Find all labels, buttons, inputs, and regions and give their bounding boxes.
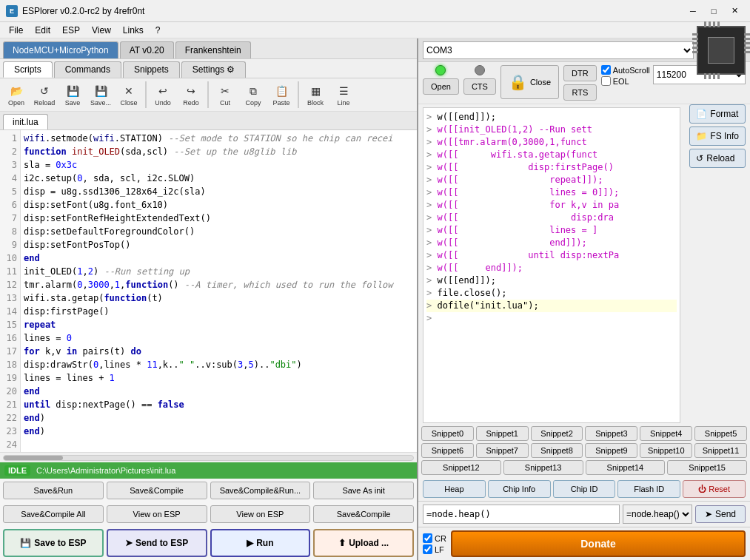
term-line-16: > dofile("init.lua"); <box>426 300 677 312</box>
code-line-15: repeat <box>24 318 414 331</box>
snippet12-button[interactable]: Snippet12 <box>421 460 501 475</box>
save-compile-all-button[interactable]: Save&Compile All <box>3 505 104 523</box>
run-button[interactable]: ▶ Run <box>210 529 311 557</box>
flash-id-button[interactable]: Flash ID <box>617 480 680 498</box>
save-button[interactable]: 💾 Save <box>59 81 86 109</box>
save-as-init-button[interactable]: Save As init <box>313 482 414 499</box>
tab-scripts[interactable]: Scripts <box>3 61 53 78</box>
reset-button[interactable]: ⏻ Reset <box>683 480 746 498</box>
snippet9-button[interactable]: Snippet9 <box>585 443 637 458</box>
tab-frank[interactable]: Frankenshtein <box>175 41 251 58</box>
lf-checkbox[interactable] <box>423 544 432 554</box>
tab-at[interactable]: AT v0.20 <box>120 41 174 58</box>
code-line-2: function init_OLED(sda,scl) --Set up the… <box>24 145 414 158</box>
close-file-button[interactable]: ✕ Close <box>115 81 142 109</box>
code-line-10: end <box>24 252 414 265</box>
menu-esp[interactable]: ESP <box>56 24 86 37</box>
close-connection-button[interactable]: 🔒 Close <box>500 65 559 99</box>
maximize-button[interactable]: □ <box>704 4 723 18</box>
save-to-esp-button[interactable]: 💾 Save to ESP <box>3 529 104 557</box>
save-compile-btn[interactable]: Save&Compile <box>313 505 414 523</box>
snippet1-button[interactable]: Snippet1 <box>476 426 529 441</box>
rts-button[interactable]: RTS <box>563 84 597 101</box>
code-line-3: sla = 0x3c <box>24 158 414 172</box>
cut-button[interactable]: ✂ Cut <box>212 81 238 109</box>
open-signal-button[interactable]: Open <box>423 78 459 95</box>
cr-label[interactable]: CR <box>423 533 446 543</box>
command-input[interactable] <box>423 505 620 524</box>
snippet2-button[interactable]: Snippet2 <box>531 426 583 441</box>
term-line-10: > w([[ lines = ] <box>426 224 677 237</box>
terminal-output[interactable]: > w([[end]]); > w([[init_OLED(1,2) --Run… <box>423 107 680 423</box>
snippet6-button[interactable]: Snippet6 <box>421 443 474 458</box>
reload-button[interactable]: ↺ Reload <box>31 81 58 109</box>
upload-button[interactable]: ⬆ Upload ... <box>313 529 414 557</box>
tab-snippets[interactable]: Snippets <box>123 61 180 78</box>
file-tab-bar: init.lua <box>0 112 417 130</box>
term-line-9: > w([[ disp:dra <box>426 212 677 224</box>
code-editor[interactable]: wifi.setmode(wifi.STATION) --Set mode to… <box>21 130 417 452</box>
editor-area[interactable]: 1 2 3 4 5 6 7 8 9 10 11 12 13 14 15 16 1… <box>0 130 417 452</box>
view-on-esp-button-1[interactable]: View on ESP <box>107 505 207 523</box>
autoscroll-checkbox[interactable] <box>601 65 611 75</box>
file-tab-init[interactable]: init.lua <box>3 114 48 129</box>
snippet13-button[interactable]: Snippet13 <box>503 460 583 475</box>
open-group: Open <box>423 65 459 95</box>
horizontal-scrollbar[interactable] <box>0 452 417 462</box>
snippet10-button[interactable]: Snippet10 <box>640 443 692 458</box>
menu-file[interactable]: File <box>3 24 29 37</box>
send-command-button[interactable]: ➤ Send <box>695 505 746 523</box>
dtr-button[interactable]: DTR <box>563 65 597 81</box>
menu-links[interactable]: Links <box>117 24 150 37</box>
tab-settings[interactable]: Settings ⚙ <box>181 61 247 78</box>
save-as-button[interactable]: 💾 Save... <box>87 81 114 109</box>
save-run-button[interactable]: Save&Run <box>3 482 104 499</box>
lf-label[interactable]: LF <box>423 544 446 554</box>
line-num-15: 15 <box>0 318 20 331</box>
menu-edit[interactable]: Edit <box>29 24 56 37</box>
block-icon: ▦ <box>307 83 324 99</box>
snippet5-button[interactable]: Snippet5 <box>694 426 747 441</box>
snippet8-button[interactable]: Snippet8 <box>531 443 583 458</box>
line-button[interactable]: ☰ Line <box>330 81 357 109</box>
undo-button[interactable]: ↩ Undo <box>150 81 176 109</box>
snippet0-button[interactable]: Snippet0 <box>421 426 474 441</box>
minimize-button[interactable]: ─ <box>683 4 703 18</box>
chip-info-button[interactable]: Chip Info <box>488 480 551 498</box>
close-button[interactable]: ✕ <box>725 4 744 18</box>
heap-button[interactable]: Heap <box>423 480 486 498</box>
send-esp-icon: ➤ <box>125 538 133 548</box>
autoscroll-label[interactable]: AutoScroll <box>601 65 650 75</box>
open-button[interactable]: 📂 Open <box>3 81 30 109</box>
paste-button[interactable]: 📋 Paste <box>268 81 295 109</box>
menu-help[interactable]: ? <box>150 24 167 37</box>
com-port-select[interactable]: COM3 <box>423 41 694 59</box>
view-on-esp-button-2[interactable]: View on ESP <box>210 505 311 523</box>
toolbar-separator-1 <box>145 81 147 108</box>
copy-button[interactable]: ⧉ Copy <box>240 81 267 109</box>
cr-checkbox[interactable] <box>423 533 432 543</box>
snippet14-button[interactable]: Snippet14 <box>586 460 666 475</box>
save-compile-button[interactable]: Save&Compile <box>107 482 207 499</box>
tab-commands[interactable]: Commands <box>54 61 121 78</box>
snippet4-button[interactable]: Snippet4 <box>640 426 692 441</box>
donate-button[interactable]: Donate <box>451 530 746 557</box>
cmd-history-select[interactable]: =node.heap() <box>623 505 692 524</box>
cts-signal-button[interactable]: CTS <box>463 78 496 95</box>
snippet7-button[interactable]: Snippet7 <box>476 443 529 458</box>
snippet15-button[interactable]: Snippet15 <box>667 460 747 475</box>
save-compile-run-button[interactable]: Save&Compile&Run... <box>210 482 311 499</box>
menu-view[interactable]: View <box>86 24 117 37</box>
format-button[interactable]: 📄 Format <box>689 104 746 124</box>
fs-info-button[interactable]: 📁 FS Info <box>689 126 746 146</box>
send-to-esp-button[interactable]: ➤ Send to ESP <box>107 529 207 557</box>
reload-esp-button[interactable]: ↺ Reload <box>689 149 746 168</box>
redo-button[interactable]: ↪ Redo <box>178 81 204 109</box>
eol-label[interactable]: EOL <box>601 76 650 86</box>
snippet11-button[interactable]: Snippet11 <box>694 443 747 458</box>
block-button[interactable]: ▦ Block <box>302 81 329 109</box>
snippet3-button[interactable]: Snippet3 <box>585 426 637 441</box>
chip-id-button[interactable]: Chip ID <box>553 480 616 498</box>
eol-checkbox[interactable] <box>601 76 611 86</box>
tab-nodemcu[interactable]: NodeMCU+MicroPython <box>3 41 118 58</box>
